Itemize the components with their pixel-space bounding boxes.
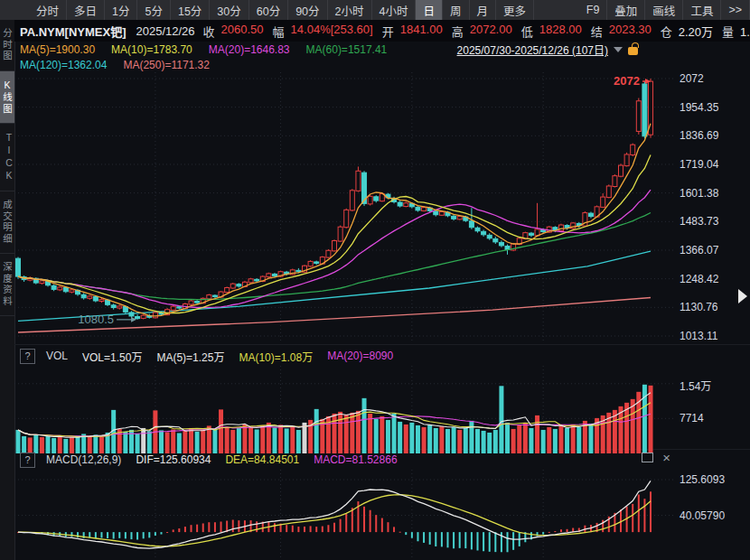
quote-field-value: 1841.00 (400, 23, 443, 40)
toolbar-item-周[interactable]: 周 (443, 0, 470, 20)
price-axis-label: 2072 (680, 72, 704, 85)
legend-item: MACD=81.52866 (314, 453, 397, 466)
sidebar-item-深度资料[interactable]: 深度资料 (0, 254, 14, 316)
legend-item: MACD(12,26,9) (46, 453, 121, 466)
quote-field-value: 2.20万 (679, 23, 713, 40)
macd-axis: 125.609340.05790 (674, 470, 750, 558)
quote-field-label: 结 (591, 23, 603, 40)
macd-pane-controls: × (642, 453, 670, 462)
expand-right-panel-arrow[interactable] (738, 289, 747, 303)
legend-item: MA(5)=1.25万 (156, 349, 224, 364)
quote-field-value: 2060.50 (221, 23, 264, 40)
legend-item: MA(10)=1.08万 (239, 349, 313, 364)
volume-axis: 1.54万7714 (674, 366, 750, 453)
quote-field-label: 量 (722, 23, 734, 40)
pane-separator (14, 344, 750, 345)
price-axis-label: 1013.11 (680, 330, 718, 342)
toolbar-item-30分[interactable]: 30分 (210, 0, 248, 20)
chart-type-sidebar: 分时图K线图TICK成交明细深度资料 (0, 20, 15, 560)
sidebar-item-K线图[interactable]: K线图 (0, 71, 14, 124)
macd-pane[interactable] (14, 470, 674, 558)
legend-item: VOL=1.50万 (82, 349, 142, 364)
toolbar-item-1分[interactable]: 1分 (105, 0, 137, 20)
help-icon[interactable]: ? (20, 349, 35, 364)
legend-item: MA(120)=1362.04 (20, 59, 107, 71)
sidebar-item-成交明细[interactable]: 成交明细 (0, 191, 14, 254)
quote-field-value: 1.50万 (740, 23, 750, 40)
volume-pane[interactable] (14, 366, 674, 453)
toolbar-item-叠加[interactable]: 叠加 (607, 0, 645, 20)
toolbar-item-月[interactable]: 月 (470, 0, 497, 20)
toolbar-item-工具[interactable]: 工具 (683, 0, 721, 20)
macd-chart-svg[interactable] (14, 470, 674, 558)
toolbar-item-F9[interactable]: F9 (579, 0, 608, 20)
toolbar-item-15分[interactable]: 15分 (171, 0, 210, 20)
sidebar-item-分时图[interactable]: 分时图 (0, 20, 14, 71)
toolbar-item-画线[interactable]: 画线 (645, 0, 683, 20)
sidebar-item-TICK[interactable]: TICK (0, 124, 14, 191)
toolbar-item-4小时[interactable]: 4小时 (372, 0, 417, 20)
low-annotation: 1080.5 (78, 313, 114, 326)
help-icon[interactable]: ? (20, 453, 35, 468)
price-axis-label: 1248.42 (680, 273, 718, 285)
price-axis-label: 1601.38 (680, 187, 718, 200)
volume-header: ?VOLVOL=1.50万MA(5)=1.25万MA(10)=1.08万MA(2… (14, 347, 680, 365)
restore-pane-icon[interactable] (642, 453, 653, 462)
toolbar-item-2小时[interactable]: 2小时 (328, 0, 372, 20)
quote-field-label: 高 (452, 23, 464, 40)
legend-item: MA(20)=1646.83 (209, 43, 290, 56)
quote-field-value: 2023.30 (609, 23, 652, 40)
quote-field-label: 低 (521, 23, 533, 40)
price-axis-label: 1483.73 (680, 215, 718, 228)
quote-field-label: 仓 (661, 23, 672, 40)
legend-item: MA(60)=1517.41 (306, 43, 388, 56)
date-range-label: 2025/07/30-2025/12/26 (107日) (457, 42, 608, 57)
toolbar-item-分时[interactable]: 分时 (29, 0, 67, 20)
volume-chart-svg[interactable] (14, 366, 674, 453)
quote-field-value: 14.04%[253.60] (291, 23, 373, 40)
legend-item: MA(10)=1783.70 (111, 43, 192, 56)
legend-item: DEA=84.84501 (225, 453, 299, 466)
toolbar-item->>[interactable]: >> (721, 0, 750, 20)
ma-legend-row-2: MA(120)=1362.04MA(250)=1171.32 (14, 57, 750, 72)
legend-item: MA(20)=8090 (327, 350, 393, 362)
candles-group (16, 79, 653, 320)
main-candlestick-pane[interactable]: 20721080.5 (14, 72, 674, 341)
main-chart-svg[interactable]: 20721080.5 (14, 72, 674, 341)
legend-item: DIF=125.60934 (136, 453, 211, 466)
toolbar-item-更多[interactable]: 更多 (496, 0, 534, 20)
volume-bars-group (16, 385, 653, 453)
quote-field-label: 开 (382, 23, 394, 40)
symbol-title: PA.NYM[NYMEX钯] (20, 23, 126, 40)
toolbar-item-日[interactable]: 日 (416, 0, 443, 20)
chevron-down-icon[interactable] (614, 47, 623, 52)
toolbar-item-多日[interactable]: 多日 (67, 0, 105, 20)
date-range-selector[interactable]: 2025/07/30-2025/12/26 (107日) (457, 42, 638, 57)
toolbar-right-group: F9叠加画线工具>> (579, 0, 750, 20)
toolbar-item-90分[interactable]: 90分 (288, 0, 327, 20)
price-axis-label: 1130.76 (680, 301, 718, 313)
macd-histogram-group (17, 491, 652, 552)
price-axis-label: 1366.07 (680, 244, 718, 257)
price-axis-label: 1719.04 (680, 158, 718, 171)
grid-lines (14, 72, 674, 341)
lock-icon[interactable] (628, 47, 638, 55)
ma120-line (18, 251, 651, 321)
quote-field-value: 2072.00 (470, 23, 512, 40)
quote-bar: PA.NYM[NYMEX钯] 2025/12/26 收2060.50幅14.04… (14, 20, 750, 42)
quote-date: 2025/12/26 (136, 24, 194, 38)
trading-app-window: 分时多日1分5分15分30分60分90分2小时4小时日周月更多F9叠加画线工具>… (0, 0, 750, 560)
legend-item: MA(250)=1171.32 (123, 59, 210, 71)
macd-axis-label: 125.6093 (680, 473, 725, 486)
toolbar-item-60分[interactable]: 60分 (249, 0, 288, 20)
quote-field-label: 收 (203, 23, 215, 40)
period-toolbar: 分时多日1分5分15分30分60分90分2小时4小时日周月更多F9叠加画线工具>… (0, 0, 750, 20)
close-pane-icon[interactable]: × (662, 453, 670, 462)
quote-field-label: 幅 (273, 23, 285, 40)
toolbar-item-5分[interactable]: 5分 (137, 0, 170, 20)
ma-legend-row-1: MA(5)=1900.30MA(10)=1783.70MA(20)=1646.8… (14, 42, 750, 57)
quote-field-value: 1828.00 (539, 23, 582, 40)
high-annotation: 2072 (614, 74, 640, 88)
price-axis-label: 1954.35 (680, 101, 718, 114)
quote-fields: 收2060.50幅14.04%[253.60]开1841.00高2072.00低… (203, 23, 750, 40)
